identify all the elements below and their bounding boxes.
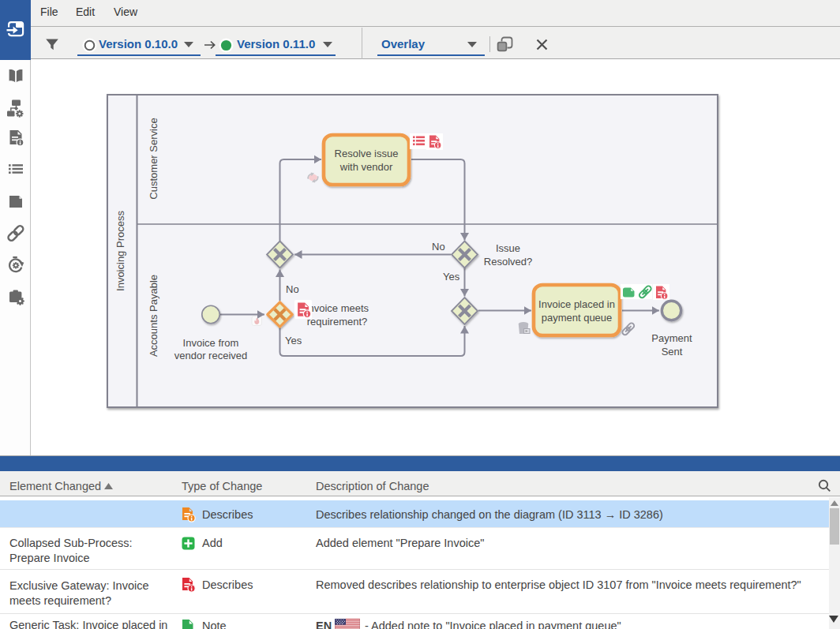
svg-text:Payment: Payment <box>651 332 692 344</box>
svg-text:Accounts Payable: Accounts Payable <box>148 275 159 357</box>
svg-text:Yes: Yes <box>285 335 302 346</box>
svg-text:No: No <box>432 241 445 253</box>
svg-text:with vendor: with vendor <box>339 161 393 173</box>
svg-text:Resolved?: Resolved? <box>484 256 532 268</box>
svg-text:Invoicing Process: Invoicing Process <box>114 211 126 291</box>
svg-text:Sent: Sent <box>662 346 683 358</box>
svg-text:Issue: Issue <box>496 242 520 254</box>
svg-text:Invoice from: Invoice from <box>183 337 239 349</box>
svg-text:Customer Service: Customer Service <box>148 118 159 199</box>
svg-text:Invoice placed in: Invoice placed in <box>538 298 615 310</box>
svg-text:requirement?: requirement? <box>307 316 368 328</box>
svg-text:Resolve issue: Resolve issue <box>335 148 399 159</box>
svg-text:No: No <box>286 283 299 295</box>
svg-text:Yes: Yes <box>443 271 460 283</box>
svg-text:Invoice meets: Invoice meets <box>306 302 369 314</box>
svg-text:payment queue: payment queue <box>542 312 613 324</box>
svg-text:vendor received: vendor received <box>174 350 248 361</box>
